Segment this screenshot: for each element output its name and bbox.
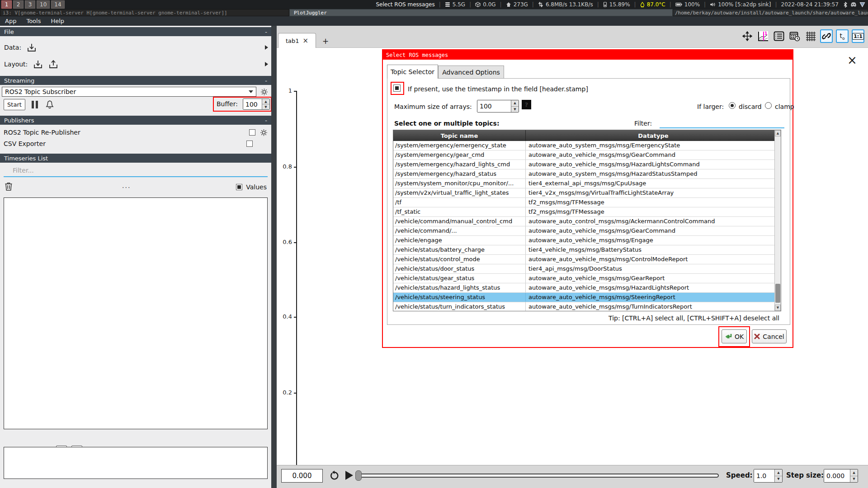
volume-tray-icon[interactable] [859,2,865,7]
titlebar-plotjuggler[interactable]: PlotJuggler [289,9,673,16]
delete-series-trash-icon[interactable] [5,182,13,191]
time-slider[interactable] [357,474,719,478]
section-timeseries[interactable]: Timeseries List [0,154,271,163]
table-row[interactable]: /vehicle/status/control_mode autoware_au… [393,255,781,264]
list-icon[interactable] [773,29,785,43]
topic-table[interactable]: Topic name Datatype /system/emergency/em… [393,130,781,311]
csv-exporter-checkbox[interactable] [246,141,253,147]
ok-button[interactable]: OK [722,329,747,343]
table-row[interactable]: /vehicle/status/steering_status autoware… [393,293,781,302]
panel-splitter-handle[interactable]: ... [122,182,131,189]
dialog-filter-input[interactable] [660,127,784,128]
streaming-source-select[interactable]: ROS2 Topic Subscriber [2,87,256,97]
section-streaming[interactable]: Streaming - [0,76,271,85]
section-publishers[interactable]: Publishers - [0,116,271,125]
workspace-1[interactable]: 1 [1,0,12,9]
workspace-2[interactable]: 2 [13,0,24,9]
discard-radio[interactable] [729,102,736,109]
ratio-1-1-icon[interactable]: 1:1 [852,29,864,43]
timestamp-checkbox-label[interactable]: If present, use the timestamp in the fie… [408,85,588,93]
section-file[interactable]: File - [0,27,271,36]
table-row[interactable]: /vehicle/command/manual_control_cmd auto… [393,217,781,226]
link-ranges-icon[interactable] [820,29,833,43]
window-close-icon[interactable]: × [847,54,857,66]
tab-topic-selector[interactable]: Topic Selector [387,65,438,79]
timeseries-filter-input[interactable]: Filter... [13,167,34,174]
workspace-14[interactable]: 14 [51,0,64,9]
datetime-icon[interactable] [788,29,801,43]
current-time-field[interactable]: 0.000 [281,469,323,483]
collapse-icon[interactable]: - [265,77,267,84]
table-row[interactable]: /tf_static tf2_msgs/msg/TFMessage [393,207,781,217]
load-data-icon[interactable] [27,42,37,52]
table-row[interactable]: /vehicle/command/... autoware_auto_vehic… [393,226,781,236]
table-row[interactable]: /vehicle/engage autoware_auto_vehicle_ms… [393,236,781,245]
menu-tools[interactable]: Tools [21,16,46,26]
values-checkbox[interactable] [236,184,242,190]
timestamp-checkbox[interactable] [393,84,401,92]
save-layout-icon[interactable] [48,59,58,69]
notifications-bell-icon[interactable] [45,100,54,109]
table-row[interactable]: /system/system_monitor/cpu_monitor/... t… [393,179,781,188]
max-array-spinbox[interactable]: 100 ▲▼ [477,100,519,113]
scroll-down-icon[interactable]: ▼ [775,305,781,311]
table-row[interactable]: /vehicle/status/door_status tier4_api_ms… [393,264,781,274]
load-layout-icon[interactable] [33,59,43,69]
table-row[interactable]: /vehicle/status/battery_charge tier4_veh… [393,245,781,255]
scroll-up-icon[interactable]: ▲ [775,130,781,136]
tab-tab1[interactable]: tab1 × [278,33,316,48]
streaming-settings-button[interactable] [259,87,269,97]
grid-icon[interactable] [804,29,817,43]
discard-radio-label[interactable]: discard [739,103,762,110]
timeseries-list[interactable] [4,197,268,429]
republisher-checkbox[interactable] [249,129,255,136]
add-tab-button[interactable]: + [320,36,331,47]
workspace-10[interactable]: 10 [37,0,50,9]
clamp-radio-label[interactable]: clamp [775,103,794,110]
t0-icon[interactable]: to [836,29,849,43]
step-size-spinbox[interactable]: 0.000 ▲▼ [824,469,858,483]
speed-spinbox[interactable]: 1.0 ▲▼ [754,469,783,483]
menu-help[interactable]: Help [46,16,69,26]
table-row[interactable]: /tf tf2_msgs/msg/TFMessage [393,198,781,207]
table-row[interactable]: /system/emergency/hazard_status autoware… [393,169,781,179]
collapse-icon[interactable]: - [265,28,267,35]
workspace-3[interactable]: 3 [25,0,35,9]
custom-series-list[interactable] [4,447,268,479]
dialog-titlebar[interactable]: Select ROS messages [383,50,793,60]
pause-icon[interactable] [32,101,38,108]
table-row[interactable]: /system/emergency/emergency_state autowa… [393,141,781,150]
column-topic-name[interactable]: Topic name [393,130,526,141]
titlebar-terminal[interactable]: i3: V[gnome-terminal-server H[gnome-term… [0,9,289,16]
help-button[interactable]: ? [522,100,531,109]
clamp-radio[interactable] [765,102,772,109]
zoom-plot-icon[interactable]: 1 [757,29,769,43]
data-expand-arrow-icon[interactable] [265,45,268,50]
table-row[interactable]: /system/emergency/gear_cmd autoware_auto… [393,150,781,160]
table-row[interactable]: /vehicle/status/hazard_lights_status aut… [393,283,781,293]
loop-icon[interactable] [329,470,340,481]
column-datatype[interactable]: Datatype [526,130,781,141]
play-icon[interactable] [345,471,353,480]
tab-advanced-options[interactable]: Advanced Options [438,66,504,79]
table-row[interactable]: /system/v2x/virtual_traffic_light_states… [393,188,781,198]
menu-app[interactable]: App [0,16,21,26]
start-streaming-button[interactable]: Start [4,99,25,110]
table-row[interactable]: /system/emergency/hazard_lights_cmd auto… [393,160,781,169]
close-tab-icon[interactable]: × [303,38,309,44]
table-scrollbar[interactable]: ▲ ▼ [774,130,781,311]
move-icon[interactable] [741,29,754,43]
collapse-icon[interactable]: - [265,117,267,124]
gear-icon[interactable] [260,129,268,136]
window-splitter[interactable] [271,26,277,488]
values-toggle[interactable]: Values [236,183,267,191]
time-slider-handle[interactable] [355,470,362,481]
table-row[interactable]: /vehicle/status/gear_status autoware_aut… [393,274,781,283]
cancel-button[interactable]: Cancel [752,329,787,343]
buffer-spinbox[interactable]: 100 ▲▼ [243,99,270,110]
layout-expand-arrow-icon[interactable] [265,62,268,66]
bluetooth-icon[interactable] [843,2,848,8]
titlebar-rviz[interactable]: /home/berkay/autoware/install/autoware_l… [673,9,868,16]
discord-icon[interactable] [850,2,857,7]
table-row[interactable]: /vehicle/status/turn_indicators_status a… [393,302,781,311]
